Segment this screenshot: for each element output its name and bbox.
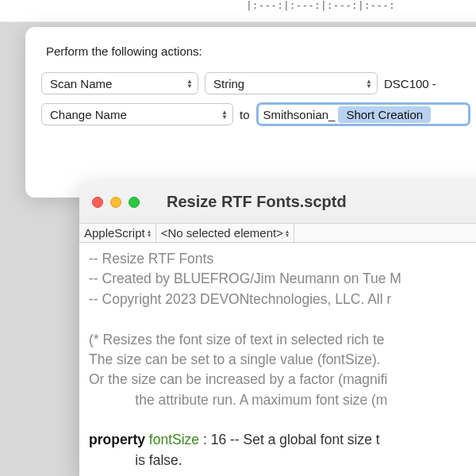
editor-toolbar: AppleScript ▴▾ <No selected element> ▴▾ — [79, 224, 476, 243]
to-label: to — [240, 108, 250, 121]
language-select[interactable]: AppleScript ▴▾ — [79, 224, 156, 242]
rename-panel: Perform the following actions: Scan Name… — [25, 27, 476, 198]
chevron-updown-icon: ▴▾ — [286, 229, 289, 237]
select-label: Scan Name — [50, 77, 112, 90]
comment-line: Or the size can be increased by a factor… — [89, 371, 387, 387]
rename-token-field[interactable]: Smithsonian_ Short Creation — [256, 102, 470, 126]
zoom-icon[interactable] — [129, 197, 140, 208]
code-text: is false. — [135, 452, 182, 468]
comment-line — [89, 392, 135, 408]
rule-row-1: Scan Name ▲▼ String ▲▼ DSC100 - — [41, 72, 476, 94]
code-text: : 16 -- Set a global font size t — [199, 432, 380, 447]
close-icon[interactable] — [92, 197, 103, 208]
select-label: <No selected element> — [161, 226, 283, 240]
comment-line: -- Copyright 2023 DEVONtechnologies, LLC… — [89, 291, 391, 307]
titlebar: Resize RTF Fonts.scptd — [79, 181, 476, 224]
comment-line: The size can be set to a single value (f… — [89, 351, 381, 367]
match-type-select[interactable]: String ▲▼ — [205, 72, 378, 94]
token-text: Smithsonian_ — [263, 108, 336, 121]
comment-line: the attribute run. A maximum font size (… — [135, 392, 387, 408]
select-label: AppleScript — [84, 226, 145, 240]
traffic-lights — [92, 197, 140, 208]
scan-field-select[interactable]: Scan Name ▲▼ — [41, 72, 198, 94]
trailing-value: DSC100 - — [384, 77, 436, 90]
comment-line: -- Resize RTF Fonts — [89, 251, 213, 267]
actions-heading: Perform the following actions: — [46, 44, 476, 58]
minimize-icon[interactable] — [110, 197, 121, 208]
select-label: Change Name — [50, 108, 127, 121]
background-monospace: |:---:|:---:|:---:|:---: — [0, 0, 476, 22]
chevron-updown-icon: ▲▼ — [221, 110, 228, 119]
select-label: String — [213, 77, 244, 90]
element-select[interactable]: <No selected element> ▴▾ — [156, 224, 294, 242]
rule-row-2: Change Name ▲▼ to Smithsonian_ Short Cre… — [41, 102, 476, 126]
window-title: Resize RTF Fonts.scptd — [167, 193, 347, 211]
token-pill[interactable]: Short Creation — [338, 106, 431, 123]
keyword-property: property — [89, 432, 145, 447]
comment-line: -- Created by BLUEFROG/Jim Neumann on Tu… — [89, 271, 401, 286]
script-editor-window: Resize RTF Fonts.scptd AppleScript ▴▾ <N… — [79, 181, 476, 476]
chevron-updown-icon: ▲▼ — [366, 79, 372, 88]
chevron-updown-icon: ▴▾ — [148, 229, 151, 237]
code-area[interactable]: -- Resize RTF Fonts -- Created by BLUEFR… — [79, 243, 476, 476]
comment-line: (* Resizes the font size of text in sele… — [89, 332, 385, 347]
chevron-updown-icon: ▲▼ — [186, 79, 193, 88]
var-fontsize: fontSize — [149, 432, 199, 447]
action-select[interactable]: Change Name ▲▼ — [41, 103, 233, 125]
code-text — [89, 452, 135, 468]
